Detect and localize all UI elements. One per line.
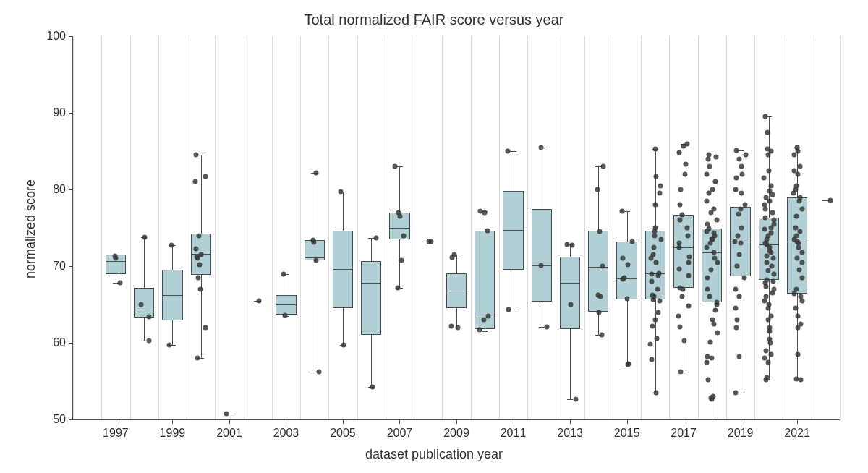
data-point: [449, 323, 454, 328]
data-point: [707, 164, 712, 169]
xtick-mark: [229, 419, 230, 424]
data-point: [799, 294, 804, 299]
data-point: [564, 242, 569, 247]
data-point: [653, 318, 658, 323]
whisker: [598, 312, 599, 336]
data-point: [655, 286, 660, 291]
data-point: [677, 203, 682, 208]
data-point: [733, 148, 739, 153]
whisker: [514, 270, 514, 310]
data-point: [712, 256, 717, 261]
grid-line: [328, 36, 329, 419]
boxplot-box: [361, 261, 381, 336]
data-point: [737, 294, 742, 299]
data-point: [715, 218, 720, 223]
data-point: [686, 260, 692, 265]
data-point: [743, 153, 748, 158]
data-point: [734, 318, 739, 323]
data-point: [739, 191, 744, 196]
data-point: [765, 254, 770, 259]
data-point: [169, 243, 174, 248]
data-point: [706, 377, 711, 382]
data-point: [705, 275, 710, 280]
data-point: [477, 327, 482, 332]
whisker: [570, 329, 571, 400]
data-point: [710, 187, 715, 192]
data-point: [800, 275, 805, 280]
data-point: [257, 298, 262, 303]
data-point: [734, 325, 739, 330]
grid-line: [101, 36, 102, 419]
data-point: [685, 233, 690, 238]
data-point: [392, 164, 397, 169]
data-point: [771, 256, 776, 261]
whisker: [343, 192, 344, 231]
data-point: [796, 171, 801, 176]
data-point: [429, 239, 434, 244]
data-point: [626, 361, 631, 366]
boxplot-median: [162, 295, 182, 296]
whisker: [371, 335, 372, 387]
data-point: [399, 257, 404, 263]
data-point: [763, 195, 768, 200]
data-point: [677, 218, 682, 223]
data-point: [138, 302, 143, 307]
data-point: [313, 170, 318, 175]
grid-line: [556, 36, 556, 419]
data-point: [338, 189, 343, 195]
data-point: [544, 324, 549, 329]
data-point: [714, 299, 719, 304]
data-point: [650, 271, 655, 276]
data-point: [792, 291, 797, 297]
data-point: [733, 286, 738, 291]
whisker: [514, 151, 514, 191]
data-point: [678, 187, 683, 192]
data-point: [739, 241, 744, 246]
data-point: [599, 333, 604, 338]
boxplot-box: [588, 231, 608, 311]
data-point: [146, 314, 151, 319]
data-point: [736, 233, 741, 238]
data-point: [600, 164, 605, 169]
whisker-cap: [709, 419, 715, 420]
xtick-mark: [797, 419, 798, 424]
data-point: [653, 146, 658, 151]
data-point: [762, 227, 767, 232]
data-point: [597, 229, 603, 234]
data-point: [658, 298, 663, 303]
whisker-cap: [482, 331, 488, 332]
ytick-mark: [69, 419, 73, 420]
data-point: [793, 286, 799, 291]
data-point: [680, 212, 685, 217]
data-point: [735, 264, 740, 269]
whisker: [542, 148, 542, 209]
data-point: [396, 210, 401, 215]
data-point: [762, 356, 767, 361]
data-point: [739, 164, 744, 169]
grid-line: [357, 36, 358, 419]
grid-line: [726, 36, 727, 419]
xtick-mark: [343, 419, 344, 424]
boxplot-median: [645, 273, 665, 274]
grid-line: [641, 36, 642, 419]
boxplot-median: [361, 283, 381, 284]
data-point: [649, 279, 654, 284]
data-point: [650, 293, 655, 298]
data-point: [600, 264, 605, 269]
data-point: [708, 268, 713, 273]
y-axis-label: normalized score: [23, 179, 38, 278]
xtick-mark: [456, 419, 457, 424]
xtick-mark: [627, 419, 628, 424]
data-point: [799, 377, 804, 382]
data-point: [712, 308, 718, 313]
data-point: [765, 260, 770, 265]
data-point: [800, 260, 805, 265]
data-point: [767, 325, 772, 330]
data-point: [199, 252, 204, 257]
data-point: [142, 234, 148, 239]
data-point: [714, 155, 719, 160]
data-point: [707, 153, 712, 158]
grid-line: [300, 36, 301, 419]
data-point: [764, 278, 769, 283]
data-point: [676, 313, 681, 318]
